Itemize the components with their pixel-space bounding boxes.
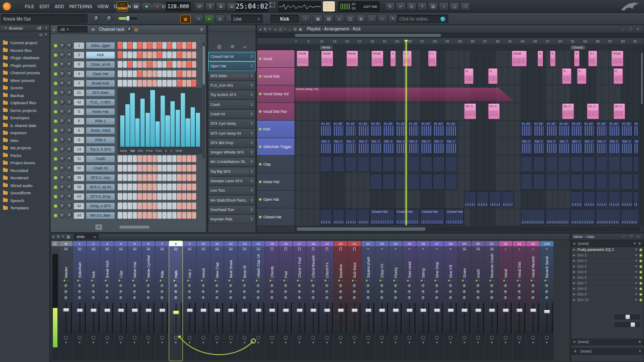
strip-fader[interactable] xyxy=(252,302,265,335)
strip-led-off[interactable] xyxy=(437,280,439,281)
mixer-strip-crash[interactable]: 30Шcrash▲ xyxy=(471,241,485,361)
strip-pan-knob[interactable] xyxy=(338,296,343,300)
channel-mute-led[interactable] xyxy=(54,214,57,217)
fader-handle[interactable] xyxy=(159,308,165,312)
graph-label-y[interactable]: Y xyxy=(170,149,172,153)
mixer-strip-sine-drop[interactable]: 27≈Sine Drop▲ xyxy=(430,241,444,361)
strip-fader[interactable] xyxy=(224,302,237,335)
velocity-bar[interactable] xyxy=(120,115,125,147)
clip-pat[interactable]: Sid..2 xyxy=(583,139,595,154)
strip-led-on[interactable] xyxy=(325,280,326,281)
step-cell[interactable] xyxy=(162,42,167,49)
master-volume-slider[interactable] xyxy=(118,17,137,20)
step-cell[interactable] xyxy=(162,184,167,190)
fader-handle[interactable] xyxy=(475,308,481,312)
strip-fader[interactable] xyxy=(100,302,114,335)
channel-number-badge[interactable]: 42 xyxy=(74,203,84,209)
strip-record-arm[interactable] xyxy=(366,336,370,340)
step-cell[interactable] xyxy=(182,80,187,87)
step-cell[interactable] xyxy=(167,42,172,49)
clip-plain[interactable] xyxy=(420,174,432,190)
clip-ticks[interactable] xyxy=(608,191,620,207)
fader-handle[interactable] xyxy=(489,308,495,312)
clip-pat[interactable]: Ki..#2 xyxy=(533,121,545,137)
step-cell[interactable] xyxy=(152,61,157,68)
sample-item-sfx-disto[interactable]: SFX Disto⇕ xyxy=(208,71,255,81)
mixer-strip-pad[interactable]: 16∏Pad▲ xyxy=(279,241,292,361)
step-cell[interactable] xyxy=(152,70,157,77)
strip-eq-knob-1[interactable] xyxy=(476,284,480,288)
strip-number[interactable]: 4 xyxy=(114,241,128,246)
track-header[interactable]: Vocal Delay Vol xyxy=(257,85,295,103)
step-cell[interactable] xyxy=(128,70,132,77)
strip-eq-knob-2[interactable] xyxy=(160,290,164,294)
step-cell[interactable] xyxy=(137,70,142,77)
strip-led-off[interactable] xyxy=(149,280,151,281)
clip-vocal[interactable]: V..l xyxy=(588,51,597,66)
clip-vocal[interactable]: V..l xyxy=(403,51,411,66)
step-cell[interactable] xyxy=(187,80,191,87)
sample-item-sfx-cym-noisy[interactable]: SFX Cym Noisy⇕ xyxy=(208,119,255,128)
channel-number-badge[interactable]: 2 xyxy=(74,52,84,58)
strip-led-on[interactable] xyxy=(434,280,436,281)
fader-handle[interactable] xyxy=(516,308,522,312)
strip-led-off[interactable] xyxy=(176,280,178,281)
fl-logo-icon[interactable] xyxy=(3,3,11,10)
strip-eq-knob-1[interactable] xyxy=(201,284,206,288)
stretch-icon[interactable]: ⇕ xyxy=(250,188,253,193)
strip-led-off[interactable] xyxy=(273,280,274,281)
menu-edit[interactable]: EDIT xyxy=(37,4,52,9)
step-cell[interactable] xyxy=(137,51,142,58)
step-cell[interactable] xyxy=(187,61,191,68)
strip-eq-knob-2[interactable] xyxy=(297,290,302,294)
clip-plain[interactable] xyxy=(395,156,407,172)
edit-icon[interactable]: ✎ xyxy=(61,235,65,239)
strip-record-arm[interactable] xyxy=(119,336,123,340)
strip-fader[interactable] xyxy=(114,302,128,335)
step-cell[interactable] xyxy=(162,193,167,200)
step-cell[interactable] xyxy=(177,155,182,162)
step-cell[interactable] xyxy=(162,61,167,68)
mixer-strip-reverse-crash[interactable]: 31ШReverse Crash▲ xyxy=(485,241,498,361)
track-mute-led[interactable] xyxy=(259,216,261,218)
clip-pat[interactable]: Ki..#2 xyxy=(383,121,395,137)
step-cell[interactable] xyxy=(192,51,197,58)
strip-led-off[interactable] xyxy=(355,280,357,281)
step-cell[interactable] xyxy=(172,165,177,172)
mixer-strip-clap[interactable]: 4ШClap▲ xyxy=(114,241,128,361)
step-cell[interactable] xyxy=(157,61,162,68)
strip-record-arm[interactable] xyxy=(91,336,95,340)
clip-plain[interactable] xyxy=(408,156,420,172)
clip-pat[interactable]: Sid..2 xyxy=(596,139,608,154)
main-pitch-knob[interactable] xyxy=(93,15,100,22)
clip-plain[interactable] xyxy=(608,156,620,172)
clip-ticks[interactable] xyxy=(571,209,595,225)
plugin-slot-5[interactable]: ▶Slot 5 xyxy=(571,269,644,275)
graph-editor[interactable]: NoteVelRelFinePanXYShift xyxy=(118,88,202,154)
typing-keyboard-icon[interactable]: ▦ xyxy=(180,15,191,23)
strip-record-arm[interactable] xyxy=(380,336,384,340)
mixer-strip-sine-fill[interactable]: 28≈Sine Fill▲ xyxy=(444,241,457,361)
clip-vocal[interactable]: V..l xyxy=(550,51,556,66)
strip-fader[interactable] xyxy=(403,302,416,335)
step-cell[interactable] xyxy=(118,184,122,190)
list-view-icon[interactable]: ▥ xyxy=(217,44,221,49)
strip-fader[interactable] xyxy=(265,302,279,335)
strip-pan-knob[interactable] xyxy=(146,296,151,300)
step-cell[interactable] xyxy=(187,70,191,77)
clip-vocal[interactable]: V.. xyxy=(562,68,571,84)
step-cell[interactable] xyxy=(177,212,182,219)
strip-record-arm[interactable] xyxy=(531,336,535,340)
strip-route-arrow[interactable]: ▲ xyxy=(270,341,273,344)
strip-eq-knob-2[interactable] xyxy=(448,290,453,294)
strip-led-off[interactable] xyxy=(80,280,82,281)
mixer-strip-c[interactable]: C xyxy=(52,241,59,361)
step-cell[interactable] xyxy=(167,155,172,162)
detach-icon[interactable]: ⇅ xyxy=(264,27,267,31)
step-cell[interactable] xyxy=(187,184,191,190)
clip-pat[interactable]: Ki..#2 xyxy=(633,121,639,137)
channel-pan-knob[interactable] xyxy=(59,118,65,124)
slot-mix-knob[interactable] xyxy=(635,265,638,268)
fader-handle[interactable] xyxy=(379,308,385,312)
browser-item-scores[interactable]: Scores xyxy=(0,84,49,92)
